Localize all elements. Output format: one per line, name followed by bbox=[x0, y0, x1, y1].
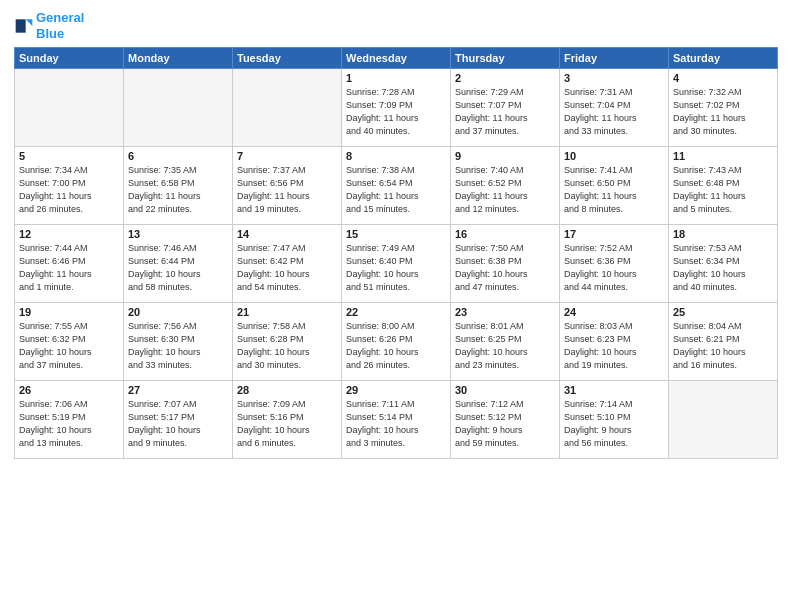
calendar-cell: 1Sunrise: 7:28 AM Sunset: 7:09 PM Daylig… bbox=[342, 69, 451, 147]
day-number: 22 bbox=[346, 306, 446, 318]
day-info: Sunrise: 7:44 AM Sunset: 6:46 PM Dayligh… bbox=[19, 242, 119, 294]
day-number: 28 bbox=[237, 384, 337, 396]
day-info: Sunrise: 7:29 AM Sunset: 7:07 PM Dayligh… bbox=[455, 86, 555, 138]
day-number: 17 bbox=[564, 228, 664, 240]
day-info: Sunrise: 7:46 AM Sunset: 6:44 PM Dayligh… bbox=[128, 242, 228, 294]
svg-rect-1 bbox=[16, 19, 26, 32]
logo: General Blue bbox=[14, 10, 84, 41]
day-number: 8 bbox=[346, 150, 446, 162]
calendar-cell: 16Sunrise: 7:50 AM Sunset: 6:38 PM Dayli… bbox=[451, 225, 560, 303]
day-number: 29 bbox=[346, 384, 446, 396]
calendar-cell: 28Sunrise: 7:09 AM Sunset: 5:16 PM Dayli… bbox=[233, 381, 342, 459]
calendar-cell: 12Sunrise: 7:44 AM Sunset: 6:46 PM Dayli… bbox=[15, 225, 124, 303]
day-number: 20 bbox=[128, 306, 228, 318]
calendar-header-wednesday: Wednesday bbox=[342, 48, 451, 69]
day-info: Sunrise: 7:38 AM Sunset: 6:54 PM Dayligh… bbox=[346, 164, 446, 216]
day-info: Sunrise: 7:11 AM Sunset: 5:14 PM Dayligh… bbox=[346, 398, 446, 450]
day-number: 7 bbox=[237, 150, 337, 162]
day-number: 13 bbox=[128, 228, 228, 240]
day-number: 23 bbox=[455, 306, 555, 318]
day-info: Sunrise: 7:37 AM Sunset: 6:56 PM Dayligh… bbox=[237, 164, 337, 216]
day-info: Sunrise: 7:49 AM Sunset: 6:40 PM Dayligh… bbox=[346, 242, 446, 294]
day-info: Sunrise: 7:50 AM Sunset: 6:38 PM Dayligh… bbox=[455, 242, 555, 294]
logo-icon bbox=[14, 16, 34, 36]
day-number: 25 bbox=[673, 306, 773, 318]
calendar-week-row: 26Sunrise: 7:06 AM Sunset: 5:19 PM Dayli… bbox=[15, 381, 778, 459]
calendar-cell: 5Sunrise: 7:34 AM Sunset: 7:00 PM Daylig… bbox=[15, 147, 124, 225]
calendar-header-tuesday: Tuesday bbox=[233, 48, 342, 69]
calendar-cell bbox=[669, 381, 778, 459]
calendar-cell: 23Sunrise: 8:01 AM Sunset: 6:25 PM Dayli… bbox=[451, 303, 560, 381]
day-number: 27 bbox=[128, 384, 228, 396]
day-info: Sunrise: 7:06 AM Sunset: 5:19 PM Dayligh… bbox=[19, 398, 119, 450]
calendar-cell: 24Sunrise: 8:03 AM Sunset: 6:23 PM Dayli… bbox=[560, 303, 669, 381]
calendar-cell: 6Sunrise: 7:35 AM Sunset: 6:58 PM Daylig… bbox=[124, 147, 233, 225]
calendar-header-friday: Friday bbox=[560, 48, 669, 69]
calendar-cell: 4Sunrise: 7:32 AM Sunset: 7:02 PM Daylig… bbox=[669, 69, 778, 147]
calendar-cell: 8Sunrise: 7:38 AM Sunset: 6:54 PM Daylig… bbox=[342, 147, 451, 225]
day-number: 10 bbox=[564, 150, 664, 162]
day-number: 24 bbox=[564, 306, 664, 318]
day-number: 30 bbox=[455, 384, 555, 396]
day-info: Sunrise: 7:31 AM Sunset: 7:04 PM Dayligh… bbox=[564, 86, 664, 138]
calendar-cell: 29Sunrise: 7:11 AM Sunset: 5:14 PM Dayli… bbox=[342, 381, 451, 459]
day-number: 5 bbox=[19, 150, 119, 162]
calendar-cell: 15Sunrise: 7:49 AM Sunset: 6:40 PM Dayli… bbox=[342, 225, 451, 303]
svg-marker-0 bbox=[26, 19, 33, 26]
day-info: Sunrise: 7:56 AM Sunset: 6:30 PM Dayligh… bbox=[128, 320, 228, 372]
day-number: 31 bbox=[564, 384, 664, 396]
calendar-cell bbox=[124, 69, 233, 147]
day-info: Sunrise: 7:12 AM Sunset: 5:12 PM Dayligh… bbox=[455, 398, 555, 450]
day-info: Sunrise: 7:58 AM Sunset: 6:28 PM Dayligh… bbox=[237, 320, 337, 372]
calendar-cell bbox=[233, 69, 342, 147]
calendar-cell: 18Sunrise: 7:53 AM Sunset: 6:34 PM Dayli… bbox=[669, 225, 778, 303]
day-info: Sunrise: 7:43 AM Sunset: 6:48 PM Dayligh… bbox=[673, 164, 773, 216]
calendar-cell bbox=[15, 69, 124, 147]
day-info: Sunrise: 7:53 AM Sunset: 6:34 PM Dayligh… bbox=[673, 242, 773, 294]
day-number: 18 bbox=[673, 228, 773, 240]
calendar-cell: 26Sunrise: 7:06 AM Sunset: 5:19 PM Dayli… bbox=[15, 381, 124, 459]
day-info: Sunrise: 7:14 AM Sunset: 5:10 PM Dayligh… bbox=[564, 398, 664, 450]
day-info: Sunrise: 8:03 AM Sunset: 6:23 PM Dayligh… bbox=[564, 320, 664, 372]
day-number: 19 bbox=[19, 306, 119, 318]
calendar-table: SundayMondayTuesdayWednesdayThursdayFrid… bbox=[14, 47, 778, 459]
day-info: Sunrise: 7:41 AM Sunset: 6:50 PM Dayligh… bbox=[564, 164, 664, 216]
calendar-week-row: 5Sunrise: 7:34 AM Sunset: 7:00 PM Daylig… bbox=[15, 147, 778, 225]
day-number: 15 bbox=[346, 228, 446, 240]
calendar-cell: 17Sunrise: 7:52 AM Sunset: 6:36 PM Dayli… bbox=[560, 225, 669, 303]
day-info: Sunrise: 7:35 AM Sunset: 6:58 PM Dayligh… bbox=[128, 164, 228, 216]
calendar-cell: 3Sunrise: 7:31 AM Sunset: 7:04 PM Daylig… bbox=[560, 69, 669, 147]
day-number: 11 bbox=[673, 150, 773, 162]
day-number: 3 bbox=[564, 72, 664, 84]
day-number: 2 bbox=[455, 72, 555, 84]
day-number: 14 bbox=[237, 228, 337, 240]
calendar-header-monday: Monday bbox=[124, 48, 233, 69]
day-info: Sunrise: 8:01 AM Sunset: 6:25 PM Dayligh… bbox=[455, 320, 555, 372]
calendar-cell: 13Sunrise: 7:46 AM Sunset: 6:44 PM Dayli… bbox=[124, 225, 233, 303]
calendar-week-row: 19Sunrise: 7:55 AM Sunset: 6:32 PM Dayli… bbox=[15, 303, 778, 381]
day-info: Sunrise: 7:47 AM Sunset: 6:42 PM Dayligh… bbox=[237, 242, 337, 294]
page: General Blue SundayMondayTuesdayWednesda… bbox=[0, 0, 792, 612]
day-info: Sunrise: 8:04 AM Sunset: 6:21 PM Dayligh… bbox=[673, 320, 773, 372]
calendar-header-thursday: Thursday bbox=[451, 48, 560, 69]
day-info: Sunrise: 7:32 AM Sunset: 7:02 PM Dayligh… bbox=[673, 86, 773, 138]
day-number: 12 bbox=[19, 228, 119, 240]
calendar-header-sunday: Sunday bbox=[15, 48, 124, 69]
calendar-cell: 7Sunrise: 7:37 AM Sunset: 6:56 PM Daylig… bbox=[233, 147, 342, 225]
day-number: 21 bbox=[237, 306, 337, 318]
day-info: Sunrise: 7:07 AM Sunset: 5:17 PM Dayligh… bbox=[128, 398, 228, 450]
day-number: 1 bbox=[346, 72, 446, 84]
calendar-cell: 11Sunrise: 7:43 AM Sunset: 6:48 PM Dayli… bbox=[669, 147, 778, 225]
day-info: Sunrise: 7:40 AM Sunset: 6:52 PM Dayligh… bbox=[455, 164, 555, 216]
calendar-cell: 21Sunrise: 7:58 AM Sunset: 6:28 PM Dayli… bbox=[233, 303, 342, 381]
calendar-cell: 9Sunrise: 7:40 AM Sunset: 6:52 PM Daylig… bbox=[451, 147, 560, 225]
calendar-cell: 2Sunrise: 7:29 AM Sunset: 7:07 PM Daylig… bbox=[451, 69, 560, 147]
day-number: 16 bbox=[455, 228, 555, 240]
calendar-header-saturday: Saturday bbox=[669, 48, 778, 69]
day-number: 4 bbox=[673, 72, 773, 84]
calendar-header-row: SundayMondayTuesdayWednesdayThursdayFrid… bbox=[15, 48, 778, 69]
calendar-cell: 10Sunrise: 7:41 AM Sunset: 6:50 PM Dayli… bbox=[560, 147, 669, 225]
day-info: Sunrise: 7:52 AM Sunset: 6:36 PM Dayligh… bbox=[564, 242, 664, 294]
calendar-week-row: 12Sunrise: 7:44 AM Sunset: 6:46 PM Dayli… bbox=[15, 225, 778, 303]
day-number: 9 bbox=[455, 150, 555, 162]
